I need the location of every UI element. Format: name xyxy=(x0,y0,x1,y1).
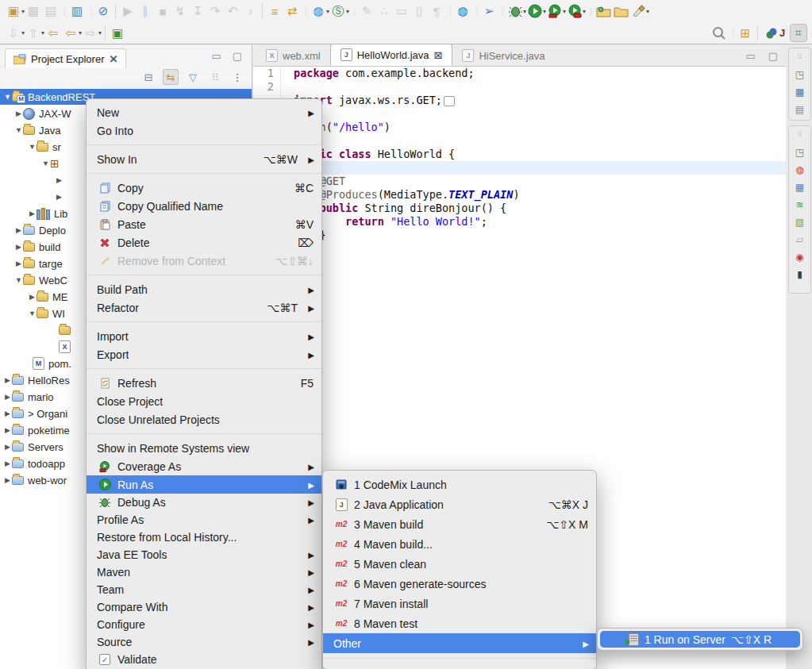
search-icon[interactable] xyxy=(710,25,728,42)
drag-handle-icon[interactable]: ⠿ xyxy=(793,51,806,63)
last-edit-location-icon[interactable]: ⇦ xyxy=(44,25,62,42)
menu-item-delete[interactable]: Delete⌦ xyxy=(87,233,321,252)
menu-item-maven[interactable]: Maven▶ xyxy=(87,563,321,581)
menu-item-refactor[interactable]: Refactor⌥⌘T▶ xyxy=(87,298,321,317)
view-close-icon[interactable]: ✕ xyxy=(109,53,117,65)
launch-client-icon[interactable]: ➢ xyxy=(480,2,498,20)
show-outline-icon[interactable]: ▯ xyxy=(410,2,428,20)
show-doc-icon[interactable]: ▭ xyxy=(393,2,410,20)
minimized-snippets-icon[interactable]: ▱ xyxy=(793,233,806,245)
resume-icon[interactable]: ▶ xyxy=(119,2,137,20)
menu-item-close-project[interactable]: Close Project xyxy=(87,392,321,410)
menu-item-run-configurations[interactable]: Run Configurations xyxy=(323,663,596,669)
pin-editor-icon[interactable]: ▣ xyxy=(109,25,126,42)
minimized-outline-icon[interactable]: ▦ xyxy=(793,86,806,98)
java-perspective-button[interactable]: J xyxy=(761,25,790,40)
menu-item-paste[interactable]: Paste⌘V xyxy=(87,215,321,233)
forward-icon[interactable]: ⇨ xyxy=(82,25,99,42)
annotate-pen-icon[interactable] xyxy=(629,2,647,20)
minimized-console-icon[interactable]: ▮ xyxy=(793,268,806,280)
menu-item-compare-with[interactable]: Compare With▶ xyxy=(87,598,321,616)
open-resource-icon[interactable] xyxy=(595,2,612,20)
coverage-icon[interactable] xyxy=(546,2,564,20)
menu-item-refresh[interactable]: RefreshF5 xyxy=(87,374,321,392)
javaee-perspective-button[interactable]: ⌗ xyxy=(790,24,807,42)
filter-icon[interactable]: ▽ xyxy=(185,69,201,85)
back-icon[interactable]: ⇦ xyxy=(62,25,79,42)
menu-item-other[interactable]: Other▶ xyxy=(323,633,596,653)
export-icon[interactable]: ⇧ xyxy=(25,25,42,42)
menu-item-team[interactable]: Team▶ xyxy=(87,581,321,598)
link-with-editor-icon[interactable]: ⇆ xyxy=(163,69,179,85)
menu-item-coverage-as[interactable]: Coverage As▶ xyxy=(87,457,321,475)
minimized-servers-icon[interactable]: ≋ xyxy=(793,198,806,210)
menu-item-import[interactable]: Import▶ xyxy=(87,327,321,345)
dropdown-arrow-icon[interactable]: ▾ xyxy=(583,8,586,15)
tab-hiservice-java[interactable]: J HiService.java xyxy=(452,45,554,66)
menu-item-show-in-remote-systems[interactable]: Show in Remote Systems view xyxy=(87,439,321,457)
drag-handle-icon[interactable]: ⠿ xyxy=(793,129,806,140)
menu-item-source[interactable]: Source▶ xyxy=(87,633,321,651)
menu-item-run-on-server[interactable]: 1 Run on Server ⌥⇧X R xyxy=(600,631,800,648)
menu-item-restore-from-local-history[interactable]: Restore from Local History... xyxy=(87,529,321,546)
terminate-icon[interactable]: ■ xyxy=(154,2,171,20)
save-all-icon[interactable]: ▤ xyxy=(42,2,60,20)
new-web-service-icon[interactable]: ◍ xyxy=(310,2,327,20)
tab-close-icon[interactable]: ⊠ xyxy=(433,49,442,61)
disconnect-icon[interactable]: ↯ xyxy=(171,2,189,20)
menu-item-maven-install[interactable]: m27 Maven install xyxy=(323,594,596,613)
menu-item-copy-qualified-name[interactable]: Copy Qualified Name xyxy=(87,197,321,215)
collapse-all-icon[interactable]: ⊟ xyxy=(140,69,156,85)
project-explorer-tab[interactable]: Project Explorer ✕ xyxy=(5,48,126,68)
new-wizard-icon[interactable]: ▣ xyxy=(5,2,22,20)
debug-icon[interactable] xyxy=(506,2,524,20)
menu-item-close-unrelated-projects[interactable]: Close Unrelated Projects xyxy=(87,410,321,429)
import-icon[interactable]: ⇩ xyxy=(5,25,22,42)
web-browser-icon[interactable]: ◍ xyxy=(454,2,471,20)
menu-item-maven-build-dots[interactable]: m24 Maven build... xyxy=(323,534,596,554)
minimized-properties-icon[interactable]: ▦ xyxy=(793,181,806,193)
menu-item-copy[interactable]: Copy⌘C xyxy=(87,179,321,197)
menu-item-debug-as[interactable]: Debug As▶ xyxy=(87,494,321,511)
skip-breakpoints-icon[interactable]: ⊘ xyxy=(94,2,112,20)
minimized-task-list-icon[interactable]: ▤ xyxy=(793,103,806,115)
maximize-editor-icon[interactable]: ▢ xyxy=(768,50,778,62)
menu-item-export[interactable]: Export▶ xyxy=(87,345,321,363)
view-menu-icon[interactable]: ⋮ xyxy=(229,69,245,85)
menu-item-run-as[interactable]: Run As▶ xyxy=(87,475,321,494)
minimized-problems-icon[interactable]: ◉ xyxy=(793,251,806,263)
menu-item-codemix-launch[interactable]: 1 CodeMix Launch xyxy=(323,475,596,494)
run-icon[interactable] xyxy=(526,2,544,20)
tab-helloworld-java[interactable]: J HelloWorld.java ⊠ xyxy=(330,44,453,66)
menu-item-maven-clean[interactable]: m25 Maven clean xyxy=(323,554,596,574)
format-icon[interactable]: ✎ xyxy=(358,2,375,20)
open-console-icon[interactable]: ▥ xyxy=(68,2,86,20)
maximize-view-icon[interactable]: ▢ xyxy=(233,50,242,62)
restore-view-icon[interactable]: ◳ xyxy=(793,146,806,158)
new-soap-service-icon[interactable]: Ⓢ xyxy=(329,2,347,20)
step-over-icon[interactable]: ↷ xyxy=(206,2,224,20)
menu-item-validate[interactable]: ✓Validate xyxy=(87,651,321,668)
menu-item-new[interactable]: New▶ xyxy=(87,103,321,121)
menu-item-profile-as[interactable]: Profile As▶ xyxy=(87,511,321,529)
palette-icon[interactable]: ∴ xyxy=(375,2,393,20)
restore-view-icon[interactable]: ◳ xyxy=(793,68,806,80)
minimize-view-icon[interactable]: ▭ xyxy=(211,50,221,62)
step-return-icon[interactable]: ↶ xyxy=(224,2,241,20)
suspend-icon[interactable]: ∥ xyxy=(137,2,154,20)
next-task-icon[interactable]: ⇄ xyxy=(283,2,301,20)
profile-icon[interactable] xyxy=(566,2,583,20)
dropdown-arrow-icon[interactable]: ▾ xyxy=(646,8,649,15)
minimize-editor-icon[interactable]: ▭ xyxy=(745,50,755,62)
open-perspective-icon[interactable]: ⊞ xyxy=(737,25,754,42)
menu-item-configure[interactable]: Configure▶ xyxy=(87,616,321,633)
minimized-markers-icon[interactable]: ◍ xyxy=(793,163,806,175)
step-into-icon[interactable]: ↧ xyxy=(189,2,206,20)
fold-box-icon[interactable] xyxy=(444,96,455,106)
menu-item-build-path[interactable]: Build Path▶ xyxy=(87,280,321,298)
save-icon[interactable]: ▦ xyxy=(25,2,42,20)
menu-item-maven-generate-sources[interactable]: m26 Maven generate-sources xyxy=(323,574,596,594)
mark-occurrences-icon[interactable]: ≡ xyxy=(266,2,283,20)
tab-webxml[interactable]: X web.xml xyxy=(256,45,330,66)
show-whitespace-icon[interactable]: ¶ xyxy=(428,2,445,20)
